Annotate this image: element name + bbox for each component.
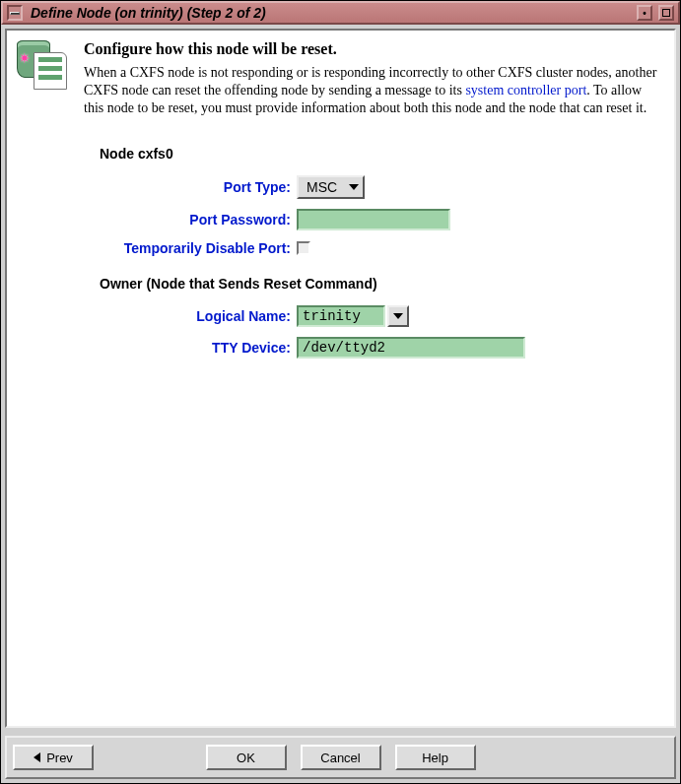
button-bar: Prev OK Cancel Help <box>5 736 676 779</box>
logical-name-input[interactable] <box>297 305 385 327</box>
port-password-input[interactable] <box>297 209 450 230</box>
titlebar[interactable]: Define Node (on trinity) (Step 2 of 2) • <box>1 1 680 25</box>
cancel-button[interactable]: Cancel <box>301 745 381 770</box>
dialog-window: Define Node (on trinity) (Step 2 of 2) •… <box>0 0 681 784</box>
node-section-title: Node cxfs0 <box>100 146 664 162</box>
cancel-button-label: Cancel <box>320 751 360 765</box>
minimize-button[interactable]: • <box>637 5 652 21</box>
maximize-button[interactable] <box>658 5 674 21</box>
client-area: ✷ Configure how this node will be reset.… <box>5 29 676 728</box>
intro-text: Configure how this node will be reset. W… <box>84 38 664 124</box>
help-button-label: Help <box>422 751 448 765</box>
chevron-down-icon <box>393 313 403 319</box>
port-type-value: MSC <box>299 177 345 197</box>
system-menu-icon <box>10 12 20 15</box>
prev-button[interactable]: Prev <box>13 745 94 770</box>
square-icon <box>662 9 670 17</box>
form-area: Node cxfs0 Port Type: MSC Port Password:… <box>17 146 664 368</box>
intro-paragraph: When a CXFS node is not responding or is… <box>84 64 664 118</box>
window-title: Define Node (on trinity) (Step 2 of 2) <box>29 5 631 21</box>
disable-port-checkbox[interactable] <box>297 241 310 255</box>
logical-name-dropdown-button[interactable] <box>387 305 409 327</box>
owner-section-title: Owner (Node that Sends Reset Command) <box>100 276 664 292</box>
ok-button-label: OK <box>237 751 255 765</box>
help-button[interactable]: Help <box>395 745 476 770</box>
port-type-row: Port Type: MSC <box>100 175 664 199</box>
chevron-down-icon <box>349 184 359 190</box>
system-controller-port-link[interactable]: system controller port <box>465 83 586 98</box>
port-type-dropdown[interactable]: MSC <box>297 175 365 199</box>
logical-name-combo[interactable] <box>297 305 409 327</box>
dot-icon: • <box>643 8 647 19</box>
triangle-left-icon <box>34 752 40 762</box>
ok-button[interactable]: OK <box>206 745 287 770</box>
disable-port-row: Temporarily Disable Port: <box>100 240 664 256</box>
intro-heading: Configure how this node will be reset. <box>84 40 664 58</box>
port-password-label: Port Password: <box>100 212 297 228</box>
logical-name-label: Logical Name: <box>100 308 297 324</box>
tty-device-row: TTY Device: <box>100 337 664 359</box>
logical-name-row: Logical Name: <box>100 305 664 327</box>
system-menu-button[interactable] <box>7 5 23 21</box>
port-password-row: Port Password: <box>100 209 664 230</box>
disable-port-label: Temporarily Disable Port: <box>100 240 297 256</box>
port-type-label: Port Type: <box>100 179 297 195</box>
tty-device-input[interactable] <box>297 337 525 359</box>
prev-button-label: Prev <box>46 751 73 765</box>
wizard-icon: ✷ <box>17 38 70 92</box>
tty-device-label: TTY Device: <box>100 340 297 356</box>
port-type-arrow <box>345 177 363 197</box>
